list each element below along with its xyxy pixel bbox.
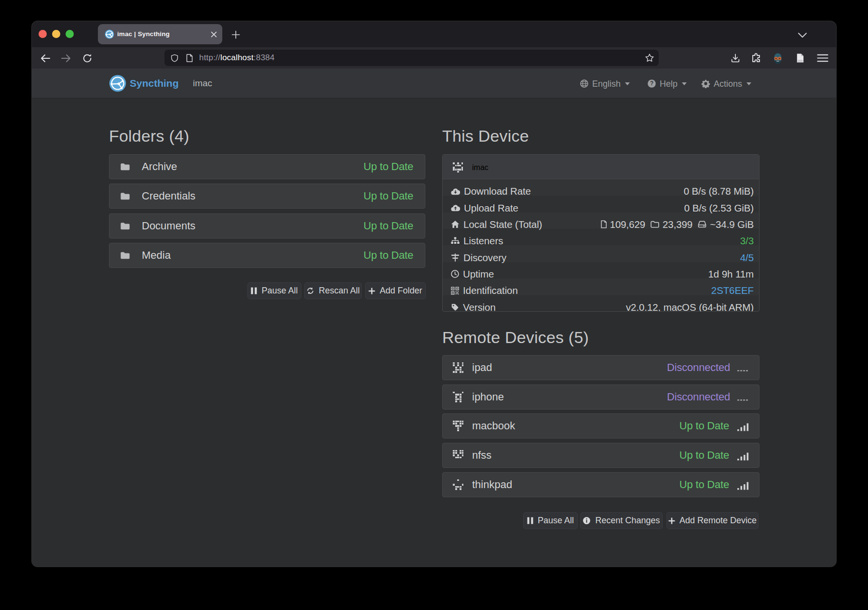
svg-text:?: ? [650, 80, 653, 87]
